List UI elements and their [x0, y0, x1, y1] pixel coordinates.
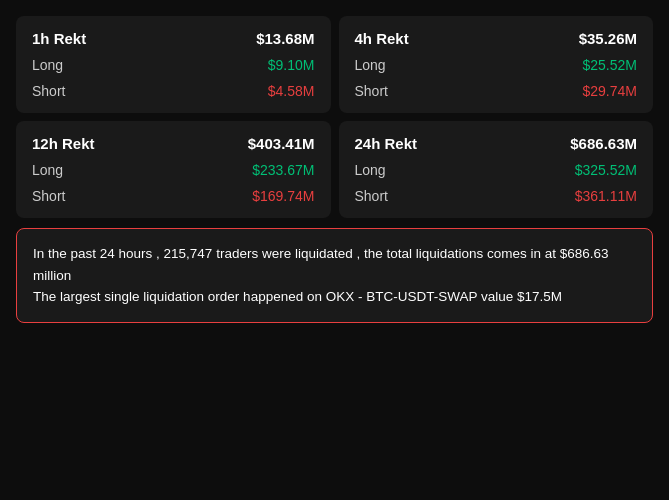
card-1h: 1h Rekt$13.68MLong$9.10MShort$4.58M [16, 16, 331, 113]
summary-line1: In the past 24 hours , 215,747 traders w… [33, 246, 609, 283]
card-12h-long-value: $233.67M [252, 162, 314, 178]
card-24h-long-value: $325.52M [575, 162, 637, 178]
card-12h-short-label: Short [32, 188, 65, 204]
card-1h-header: 1h Rekt$13.68M [32, 30, 315, 47]
card-4h-short-value: $29.74M [583, 83, 637, 99]
card-4h: 4h Rekt$35.26MLong$25.52MShort$29.74M [339, 16, 654, 113]
card-24h-row-long: Long$325.52M [355, 162, 638, 178]
card-4h-short-label: Short [355, 83, 388, 99]
card-24h-header: 24h Rekt$686.63M [355, 135, 638, 152]
card-12h: 12h Rekt$403.41MLong$233.67MShort$169.74… [16, 121, 331, 218]
card-12h-row-short: Short$169.74M [32, 188, 315, 204]
card-12h-long-label: Long [32, 162, 63, 178]
card-24h-row-short: Short$361.11M [355, 188, 638, 204]
card-1h-header-value: $13.68M [256, 30, 314, 47]
card-12h-header-label: 12h Rekt [32, 135, 95, 152]
card-24h-header-label: 24h Rekt [355, 135, 418, 152]
card-4h-long-value: $25.52M [583, 57, 637, 73]
card-24h: 24h Rekt$686.63MLong$325.52MShort$361.11… [339, 121, 654, 218]
card-1h-short-value: $4.58M [268, 83, 315, 99]
card-4h-header-label: 4h Rekt [355, 30, 409, 47]
cards-grid: 1h Rekt$13.68MLong$9.10MShort$4.58M4h Re… [16, 16, 653, 218]
card-1h-short-label: Short [32, 83, 65, 99]
summary-card: In the past 24 hours , 215,747 traders w… [16, 228, 653, 323]
card-24h-short-value: $361.11M [575, 188, 637, 204]
card-4h-header: 4h Rekt$35.26M [355, 30, 638, 47]
card-4h-long-label: Long [355, 57, 386, 73]
summary-line2: The largest single liquidation order hap… [33, 289, 562, 304]
card-24h-short-label: Short [355, 188, 388, 204]
card-24h-long-label: Long [355, 162, 386, 178]
card-1h-header-label: 1h Rekt [32, 30, 86, 47]
card-12h-row-long: Long$233.67M [32, 162, 315, 178]
card-4h-row-short: Short$29.74M [355, 83, 638, 99]
card-12h-header: 12h Rekt$403.41M [32, 135, 315, 152]
card-1h-long-label: Long [32, 57, 63, 73]
card-1h-row-long: Long$9.10M [32, 57, 315, 73]
card-1h-row-short: Short$4.58M [32, 83, 315, 99]
card-12h-header-value: $403.41M [248, 135, 315, 152]
card-24h-header-value: $686.63M [570, 135, 637, 152]
card-4h-header-value: $35.26M [579, 30, 637, 47]
card-12h-short-value: $169.74M [252, 188, 314, 204]
summary-text: In the past 24 hours , 215,747 traders w… [33, 243, 636, 308]
card-4h-row-long: Long$25.52M [355, 57, 638, 73]
card-1h-long-value: $9.10M [268, 57, 315, 73]
